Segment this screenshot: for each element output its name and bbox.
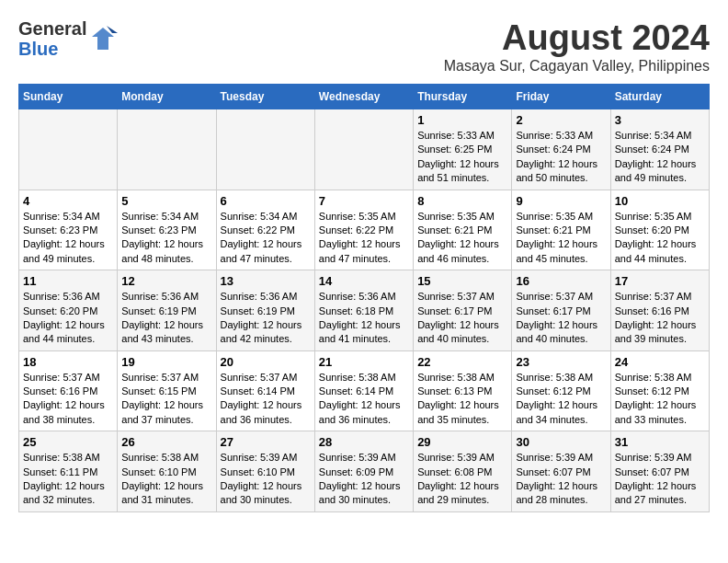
logo-general: General [18,18,86,39]
cell-text: Sunrise: 5:35 AM [319,210,409,224]
calendar-cell [314,109,413,190]
cell-text: Daylight: 12 hours [221,398,311,412]
cell-text: Daylight: 12 hours [417,157,507,171]
cell-text: and 38 minutes. [23,413,113,427]
calendar-cell: 21Sunrise: 5:38 AMSunset: 6:14 PMDayligh… [314,350,413,431]
cell-text: Sunrise: 5:36 AM [319,290,409,304]
cell-text: and 35 minutes. [417,413,507,427]
cell-text: and 47 minutes. [319,252,409,266]
cell-text: Sunrise: 5:37 AM [417,290,507,304]
day-number: 2 [516,113,606,127]
cell-text: Sunset: 6:23 PM [23,224,113,237]
cell-text: and 36 minutes. [319,413,409,427]
cell-text: Sunrise: 5:39 AM [319,451,409,465]
calendar-cell: 25Sunrise: 5:38 AMSunset: 6:11 PMDayligh… [19,431,118,512]
cell-text: Daylight: 12 hours [23,398,113,412]
cell-text: Daylight: 12 hours [221,318,311,332]
cell-text: and 39 minutes. [615,332,705,346]
cell-text: and 44 minutes. [615,252,705,266]
calendar-cell: 19Sunrise: 5:37 AMSunset: 6:15 PMDayligh… [118,350,216,431]
cell-text: Sunset: 6:17 PM [516,304,606,318]
calendar-cell: 14Sunrise: 5:36 AMSunset: 6:18 PMDayligh… [314,270,413,351]
week-row-1: 1Sunrise: 5:33 AMSunset: 6:25 PMDaylight… [19,109,710,190]
day-number: 24 [615,355,705,369]
calendar-cell: 5Sunrise: 5:34 AMSunset: 6:23 PMDaylight… [118,190,216,270]
cell-text: Sunset: 6:07 PM [615,465,705,479]
day-number: 30 [516,435,606,449]
cell-text: Sunrise: 5:35 AM [417,210,507,224]
cell-text: Daylight: 12 hours [615,318,705,332]
cell-text: Sunset: 6:22 PM [319,224,409,237]
calendar-cell: 16Sunrise: 5:37 AMSunset: 6:17 PMDayligh… [512,270,610,351]
calendar-cell: 31Sunrise: 5:39 AMSunset: 6:07 PMDayligh… [610,431,709,512]
cell-text: Daylight: 12 hours [319,237,409,251]
cell-text: Sunrise: 5:34 AM [221,210,311,224]
cell-text: Sunset: 6:07 PM [516,465,606,479]
calendar-cell: 20Sunrise: 5:37 AMSunset: 6:14 PMDayligh… [216,350,314,431]
day-number: 12 [121,274,211,288]
day-number: 28 [319,435,409,449]
day-number: 18 [23,355,113,369]
day-number: 20 [221,355,311,369]
cell-text: Sunrise: 5:38 AM [121,451,211,465]
cell-text: Sunrise: 5:37 AM [121,371,211,385]
calendar-cell: 3Sunrise: 5:34 AMSunset: 6:24 PMDaylight… [610,109,709,190]
cell-text: Daylight: 12 hours [417,237,507,251]
svg-marker-1 [107,26,118,33]
day-number: 8 [417,194,507,208]
day-number: 15 [417,274,507,288]
calendar-cell: 13Sunrise: 5:36 AMSunset: 6:19 PMDayligh… [216,270,314,351]
cell-text: Sunrise: 5:39 AM [516,451,606,465]
calendar-cell: 4Sunrise: 5:34 AMSunset: 6:23 PMDaylight… [19,190,118,270]
cell-text: Sunset: 6:20 PM [615,224,705,237]
week-row-2: 4Sunrise: 5:34 AMSunset: 6:23 PMDaylight… [19,190,710,270]
cell-text: Sunset: 6:17 PM [417,304,507,318]
day-number: 19 [121,355,211,369]
cell-text: Sunset: 6:19 PM [221,304,311,318]
cell-text: Sunset: 6:13 PM [417,385,507,398]
cell-text: Sunset: 6:20 PM [23,304,113,318]
cell-text: Daylight: 12 hours [221,479,311,493]
cell-text: Sunrise: 5:35 AM [516,210,606,224]
cell-text: Sunrise: 5:37 AM [23,371,113,385]
cell-text: and 37 minutes. [121,413,211,427]
day-number: 10 [615,194,705,208]
day-number: 27 [221,435,311,449]
cell-text: Sunrise: 5:37 AM [516,290,606,304]
cell-text: and 45 minutes. [516,252,606,266]
cell-text: Sunset: 6:21 PM [417,224,507,237]
cell-text: Sunrise: 5:36 AM [23,290,113,304]
calendar-cell: 18Sunrise: 5:37 AMSunset: 6:16 PMDayligh… [19,350,118,431]
calendar-cell: 8Sunrise: 5:35 AMSunset: 6:21 PMDaylight… [414,190,512,270]
cell-text: Sunset: 6:14 PM [319,385,409,398]
cell-text: Daylight: 12 hours [615,237,705,251]
cell-text: Daylight: 12 hours [417,398,507,412]
cell-text: Daylight: 12 hours [23,237,113,251]
cell-text: Sunrise: 5:36 AM [121,290,211,304]
calendar-cell: 29Sunrise: 5:39 AMSunset: 6:08 PMDayligh… [414,431,512,512]
cell-text: Sunset: 6:19 PM [121,304,211,318]
cell-text: and 51 minutes. [417,171,507,185]
cell-text: Sunset: 6:18 PM [319,304,409,318]
cell-text: Sunrise: 5:33 AM [516,129,606,143]
day-number: 7 [319,194,409,208]
page-header: General Blue August 2024 Masaya Sur, Cag… [18,18,710,75]
calendar-cell: 30Sunrise: 5:39 AMSunset: 6:07 PMDayligh… [512,431,610,512]
cell-text: Sunset: 6:11 PM [23,465,113,479]
calendar-cell: 10Sunrise: 5:35 AMSunset: 6:20 PMDayligh… [610,190,709,270]
cell-text: Daylight: 12 hours [319,398,409,412]
calendar-table: Sunday Monday Tuesday Wednesday Thursday… [18,84,710,512]
calendar-cell: 17Sunrise: 5:37 AMSunset: 6:16 PMDayligh… [610,270,709,351]
cell-text: Daylight: 12 hours [615,398,705,412]
cell-text: Sunrise: 5:34 AM [615,129,705,143]
cell-text: and 48 minutes. [121,252,211,266]
cell-text: Sunrise: 5:34 AM [23,210,113,224]
cell-text: and 36 minutes. [221,413,311,427]
cell-text: Sunset: 6:12 PM [615,385,705,398]
cell-text: Sunrise: 5:39 AM [417,451,507,465]
calendar-cell: 23Sunrise: 5:38 AMSunset: 6:12 PMDayligh… [512,350,610,431]
cell-text: Daylight: 12 hours [516,398,606,412]
cell-text: Sunset: 6:10 PM [221,465,311,479]
col-sunday: Sunday [19,85,118,109]
col-monday: Monday [118,85,216,109]
